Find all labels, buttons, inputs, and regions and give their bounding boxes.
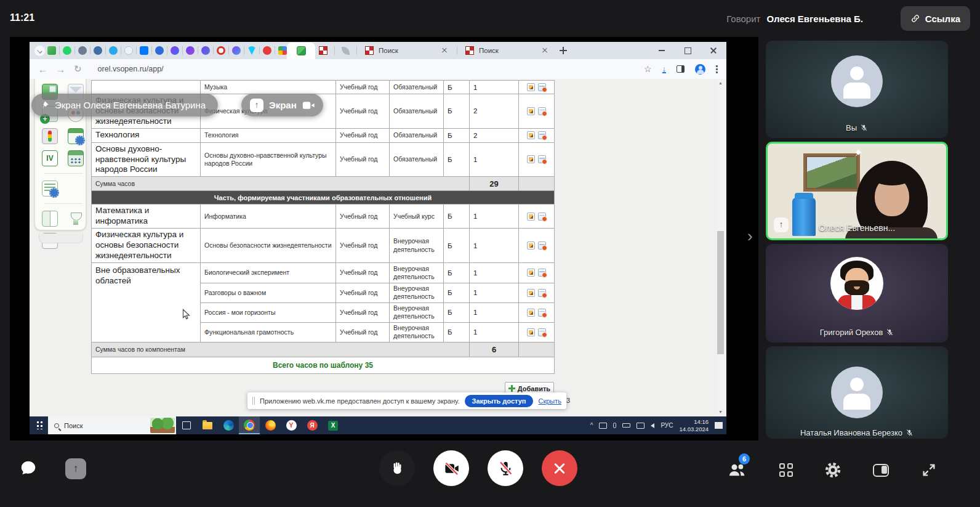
network-icon[interactable] — [637, 423, 645, 429]
task-view-button[interactable] — [176, 416, 197, 434]
edit-row-icon[interactable] — [527, 328, 535, 336]
reload-icon[interactable]: ↻ — [74, 63, 82, 75]
pinned-tab-icon[interactable] — [155, 46, 164, 55]
taskbar-search-box[interactable]: Поиск — [48, 416, 176, 434]
close-access-button[interactable]: Закрыть доступ — [465, 395, 534, 407]
taskbar-clock[interactable]: 14:16 14.03.2024 — [679, 418, 709, 433]
participants-button[interactable]: 6 — [725, 458, 749, 482]
yandex-button[interactable]: Я — [302, 416, 323, 434]
profile-avatar-icon[interactable] — [695, 64, 705, 75]
pinned-tab-icon[interactable] — [263, 46, 271, 55]
excel-button[interactable]: X — [323, 416, 343, 434]
pinned-tab-icon[interactable] — [63, 46, 71, 55]
delete-row-icon[interactable] — [538, 289, 546, 297]
pin-icon[interactable] — [40, 100, 49, 110]
trophy-icon[interactable] — [68, 211, 84, 227]
pinned-tab[interactable] — [338, 43, 353, 59]
participant-tile[interactable]: Наталья Ивановна Березко — [766, 346, 948, 439]
tab-close-icon[interactable] — [440, 46, 449, 55]
chrome-button[interactable] — [239, 416, 260, 434]
delete-row-icon[interactable] — [538, 213, 546, 221]
edit-row-icon[interactable] — [527, 269, 535, 277]
collapse-sidebar-icon[interactable]: › — [747, 227, 753, 246]
yandex-browser-button[interactable]: Y — [281, 416, 302, 434]
picture-in-picture-button[interactable] — [869, 458, 893, 482]
language-indicator[interactable]: РУС — [661, 422, 673, 429]
school-icon[interactable] — [68, 150, 84, 166]
pinned-tab-icon[interactable] — [201, 46, 210, 55]
browser-tab[interactable]: Поиск — [360, 43, 454, 59]
weather-widget-icon[interactable] — [150, 418, 175, 433]
edit-row-icon[interactable] — [527, 83, 535, 91]
edit-row-icon[interactable] — [527, 131, 535, 139]
tray-mic-icon[interactable] — [613, 423, 616, 428]
book-icon[interactable] — [42, 211, 58, 227]
mic-off-button[interactable] — [488, 450, 523, 486]
active-tab[interactable] — [287, 43, 315, 59]
pinned-tab-icon[interactable] — [140, 46, 148, 55]
delete-row-icon[interactable] — [538, 83, 546, 91]
delete-row-icon[interactable] — [538, 155, 546, 163]
tab-close-icon[interactable] — [540, 46, 549, 55]
grid-view-button[interactable] — [774, 458, 798, 482]
downloads-icon[interactable]: ↓ — [662, 65, 667, 73]
raise-hand-button[interactable] — [379, 450, 415, 486]
participant-tile[interactable]: Григорий Орехов — [766, 244, 948, 343]
forward-icon[interactable]: → — [56, 64, 65, 75]
page-scrollbar[interactable]: ▲ ▼ — [716, 79, 725, 416]
end-call-button[interactable] — [542, 450, 577, 486]
scroll-up-icon[interactable]: ▲ — [716, 79, 725, 87]
share-control-pill[interactable]: ↑ Экран — [241, 94, 323, 116]
edit-row-icon[interactable] — [527, 107, 535, 115]
pinned-tab-icon[interactable] — [109, 46, 118, 55]
fullscreen-button[interactable] — [917, 458, 941, 482]
screen-share-button[interactable]: ↑ — [65, 458, 86, 479]
quarter-calendar-icon[interactable]: IV — [42, 150, 58, 166]
pinned-tab-icon[interactable] — [217, 46, 225, 55]
delete-row-icon[interactable] — [538, 309, 546, 317]
delete-row-icon[interactable] — [538, 269, 546, 277]
schedule-settings-icon[interactable] — [68, 128, 84, 144]
browser-menu-icon[interactable] — [716, 65, 718, 74]
tab-search-button[interactable] — [34, 46, 45, 56]
tray-expand-icon[interactable]: ^ — [590, 422, 593, 429]
notification-center-icon[interactable] — [715, 422, 723, 429]
new-tab-button[interactable] — [556, 44, 570, 57]
delete-row-icon[interactable] — [538, 328, 546, 336]
pinned-tab-icon[interactable] — [232, 46, 241, 55]
address-bar[interactable]: orel.vsopen.ru/app/ — [98, 65, 164, 73]
scrollbar-thumb[interactable] — [717, 231, 724, 354]
edit-row-icon[interactable] — [527, 309, 535, 317]
pinned-tab-icon[interactable] — [94, 46, 102, 55]
pinned-tab-icon[interactable] — [278, 46, 287, 55]
scroll-down-icon[interactable]: ▼ — [716, 408, 725, 416]
edit-row-icon[interactable] — [527, 213, 535, 221]
pinned-tab-icon[interactable] — [247, 46, 256, 55]
bookmark-star-icon[interactable]: ☆ — [644, 64, 652, 74]
edit-row-icon[interactable] — [527, 289, 535, 297]
pinned-tab-icon[interactable] — [124, 46, 133, 55]
delete-row-icon[interactable] — [538, 107, 546, 115]
chat-button[interactable] — [17, 457, 40, 481]
participant-tile-you[interactable]: Вы — [766, 41, 948, 138]
browser-tab[interactable]: Поиск — [460, 43, 554, 59]
pinned-tab-icon[interactable] — [47, 46, 56, 55]
battery-icon[interactable] — [622, 423, 630, 428]
settings-button[interactable] — [821, 458, 845, 482]
speaker-icon[interactable] — [651, 423, 654, 428]
camera-icon[interactable] — [302, 100, 315, 110]
hide-notification-link[interactable]: Скрыть — [538, 397, 561, 405]
cast-screen-icon[interactable] — [599, 423, 607, 429]
window-maximize-button[interactable] — [675, 42, 701, 59]
start-button[interactable] — [30, 416, 48, 434]
participant-tile-active-speaker[interactable]: ↑ Олеся Евгеньевн... — [766, 142, 948, 240]
copy-link-button[interactable]: Ссылка — [901, 6, 970, 31]
pinned-tab-icon[interactable] — [186, 46, 195, 55]
file-explorer-button[interactable] — [197, 416, 218, 434]
camera-off-button[interactable] — [433, 450, 469, 486]
pinned-tab-icon[interactable] — [171, 46, 179, 55]
side-panel-icon[interactable] — [677, 65, 685, 73]
back-icon[interactable]: ← — [38, 64, 47, 75]
pinned-tab-icon[interactable] — [78, 46, 87, 55]
firefox-button[interactable] — [260, 416, 281, 434]
